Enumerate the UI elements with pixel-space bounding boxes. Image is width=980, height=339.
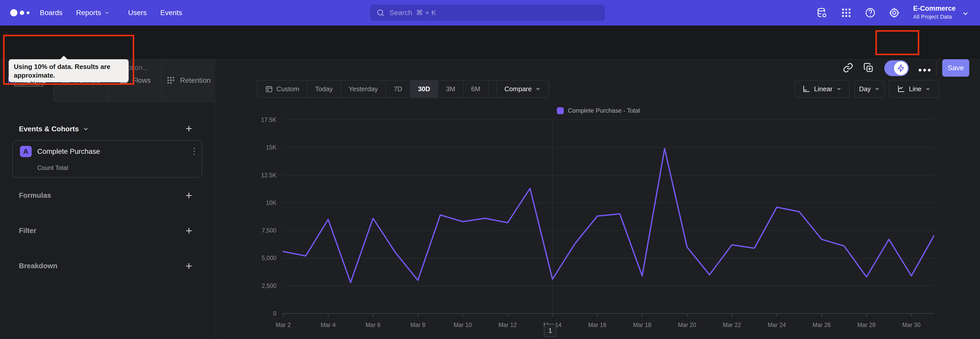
pagination-page-1[interactable]: 1 bbox=[544, 324, 557, 337]
range-7d[interactable]: 7D bbox=[386, 80, 410, 98]
svg-text:Mar 20: Mar 20 bbox=[678, 321, 696, 328]
svg-text:0: 0 bbox=[273, 310, 277, 317]
data-management-icon[interactable] bbox=[816, 7, 827, 18]
tooltip-text: Using 10% of data. Results are approxima… bbox=[14, 62, 124, 80]
nav-users[interactable]: Users bbox=[128, 0, 147, 26]
range-3m[interactable]: 3M bbox=[438, 80, 463, 98]
events-cohorts-label: Events & Cohorts bbox=[19, 125, 79, 133]
svg-text:2,500: 2,500 bbox=[262, 283, 277, 289]
svg-text:10K: 10K bbox=[266, 200, 277, 206]
chevron-down-icon bbox=[83, 126, 89, 132]
event-card[interactable]: A Complete Purchase ⋮ Count Total bbox=[12, 140, 202, 177]
svg-text:Mar 12: Mar 12 bbox=[498, 321, 517, 328]
search-bar[interactable] bbox=[370, 5, 605, 21]
link-icon[interactable] bbox=[843, 62, 853, 73]
events-cohorts-header[interactable]: Events & Cohorts bbox=[19, 125, 89, 133]
section-breakdown: Breakdown bbox=[19, 262, 57, 270]
add-breakdown-button[interactable]: + bbox=[183, 260, 195, 272]
search-input[interactable] bbox=[390, 9, 584, 17]
calendar-icon bbox=[265, 85, 273, 93]
sampling-tooltip: Using 10% of data. Results are approxima… bbox=[9, 59, 129, 82]
add-event-button[interactable]: + bbox=[183, 122, 195, 134]
interval-dropdown[interactable]: Day bbox=[854, 80, 885, 98]
query-sidebar: Insights Funnels Flows Retention Events … bbox=[0, 59, 215, 339]
more-options-icon[interactable]: ••• bbox=[918, 64, 932, 76]
kebab-menu-icon[interactable]: ⋮ bbox=[190, 146, 199, 156]
svg-text:Mar 6: Mar 6 bbox=[366, 321, 380, 328]
range-custom[interactable]: Custom bbox=[258, 80, 307, 98]
chevron-down-icon bbox=[874, 86, 880, 92]
date-range-group: Custom Today Yesterday 7D 30D 3M 6M 12M bbox=[257, 80, 517, 98]
mixpanel-logo-icon[interactable] bbox=[9, 6, 34, 19]
add-filter-button[interactable]: + bbox=[183, 225, 195, 237]
chart-panel: Custom Today Yesterday 7D 30D 3M 6M 12M … bbox=[215, 59, 980, 339]
chevron-down-icon bbox=[104, 10, 110, 16]
range-yesterday[interactable]: Yesterday bbox=[341, 80, 386, 98]
tab-label: Retention bbox=[180, 77, 210, 85]
divider bbox=[936, 61, 937, 76]
line-chart[interactable]: 02,5005,0007,50010K12.5K15K17.5KMar 2Mar… bbox=[215, 107, 980, 339]
chevron-down-icon bbox=[535, 86, 541, 92]
range-today[interactable]: Today bbox=[307, 80, 341, 98]
chevron-down-icon bbox=[925, 86, 931, 92]
sampling-toggle[interactable] bbox=[884, 60, 909, 76]
scale-dropdown[interactable]: Linear bbox=[794, 80, 850, 98]
svg-text:Mar 2: Mar 2 bbox=[276, 321, 291, 328]
nav-reports[interactable]: Reports bbox=[76, 0, 110, 26]
line-chart-type-icon bbox=[897, 85, 905, 93]
chevron-down-icon[interactable] bbox=[962, 10, 969, 18]
project-name: E-Commerce bbox=[913, 3, 956, 13]
svg-text:15K: 15K bbox=[266, 144, 277, 151]
toggle-knob bbox=[894, 61, 908, 75]
event-name: Complete Purchase bbox=[37, 147, 100, 155]
svg-text:Mar 30: Mar 30 bbox=[902, 321, 921, 328]
compare-dropdown[interactable]: Compare bbox=[496, 80, 549, 98]
add-formula-button[interactable]: + bbox=[183, 189, 195, 201]
linear-scale-icon bbox=[802, 85, 811, 93]
svg-text:5,000: 5,000 bbox=[262, 255, 277, 261]
duplicate-icon[interactable] bbox=[863, 62, 874, 73]
range-6m[interactable]: 6M bbox=[463, 80, 488, 98]
learn-more-link[interactable]: Learn More bbox=[14, 80, 124, 87]
svg-text:7,500: 7,500 bbox=[262, 227, 277, 234]
apps-grid-icon[interactable] bbox=[841, 7, 852, 18]
lightning-bolt-icon bbox=[897, 64, 905, 72]
svg-text:Mar 10: Mar 10 bbox=[453, 321, 472, 328]
chart-type-dropdown[interactable]: Line bbox=[889, 80, 939, 98]
section-formulas: Formulas bbox=[19, 191, 51, 200]
svg-text:Mar 28: Mar 28 bbox=[858, 321, 876, 328]
svg-text:Mar 4: Mar 4 bbox=[321, 321, 336, 328]
range-30d-selected[interactable]: 30D bbox=[410, 80, 438, 98]
project-selector[interactable]: E-Commerce All Project Data bbox=[913, 3, 956, 21]
series-letter-badge: A bbox=[20, 146, 32, 157]
svg-text:Mar 22: Mar 22 bbox=[723, 321, 741, 328]
section-filter: Filter bbox=[19, 227, 36, 235]
search-icon bbox=[376, 8, 385, 17]
svg-text:Mar 26: Mar 26 bbox=[813, 321, 831, 328]
top-navigation: Boards Reports Users Events E-Commerce A… bbox=[0, 0, 980, 26]
project-scope: All Project Data bbox=[913, 13, 956, 21]
svg-text:17.5K: 17.5K bbox=[261, 117, 277, 123]
svg-text:Mar 24: Mar 24 bbox=[768, 321, 786, 328]
report-header-bar: Untitled Sampled + Add description... ••… bbox=[0, 26, 980, 59]
chevron-down-icon bbox=[836, 86, 842, 92]
nav-boards[interactable]: Boards bbox=[40, 0, 62, 26]
event-aggregation[interactable]: Count Total bbox=[37, 164, 68, 171]
save-button[interactable]: Save bbox=[942, 59, 969, 77]
svg-text:12.5K: 12.5K bbox=[261, 172, 277, 179]
nav-events[interactable]: Events bbox=[160, 0, 182, 26]
retention-icon bbox=[166, 76, 176, 85]
svg-text:Mar 8: Mar 8 bbox=[410, 321, 425, 328]
settings-gear-icon[interactable] bbox=[889, 7, 900, 18]
tab-retention[interactable]: Retention bbox=[161, 59, 215, 102]
svg-text:Mar 18: Mar 18 bbox=[633, 321, 652, 328]
tab-label: Flows bbox=[132, 77, 151, 85]
help-icon[interactable] bbox=[865, 7, 876, 18]
svg-text:Mar 16: Mar 16 bbox=[588, 321, 607, 328]
